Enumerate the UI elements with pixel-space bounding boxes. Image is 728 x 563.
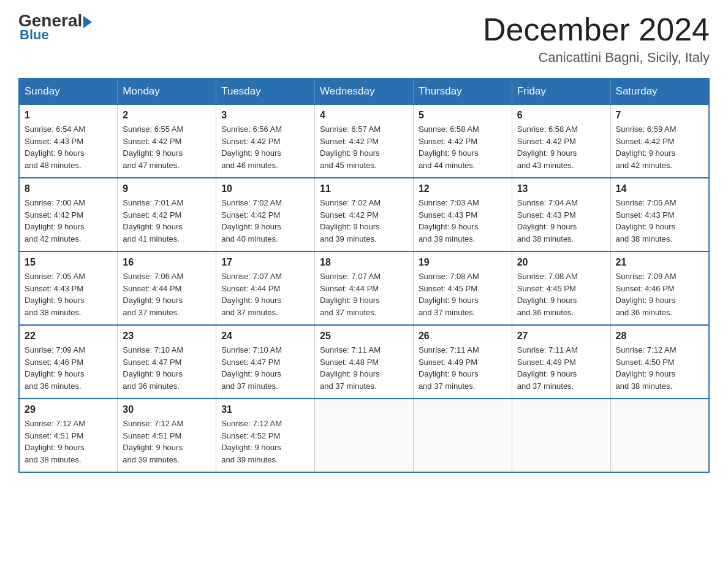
table-row: 21 Sunrise: 7:09 AM Sunset: 4:46 PM Dayl… [610,251,709,325]
day-number: 2 [123,110,211,121]
day-number: 10 [221,183,309,194]
day-number: 6 [517,110,605,121]
day-number: 8 [25,183,112,194]
day-info: Sunrise: 7:01 AM Sunset: 4:42 PM Dayligh… [123,197,211,245]
day-info: Sunrise: 7:07 AM Sunset: 4:44 PM Dayligh… [221,270,309,318]
day-number: 30 [123,404,211,415]
day-info: Sunrise: 7:02 AM Sunset: 4:42 PM Dayligh… [221,197,309,245]
table-row: 11 Sunrise: 7:02 AM Sunset: 4:42 PM Dayl… [315,178,414,251]
table-row: 23 Sunrise: 7:10 AM Sunset: 4:47 PM Dayl… [118,325,216,399]
day-info: Sunrise: 7:12 AM Sunset: 4:51 PM Dayligh… [25,418,112,465]
day-number: 18 [320,257,408,268]
table-row: 13 Sunrise: 7:04 AM Sunset: 4:43 PM Dayl… [512,178,610,251]
table-row: 22 Sunrise: 7:09 AM Sunset: 4:46 PM Dayl… [19,325,118,399]
table-row: 28 Sunrise: 7:12 AM Sunset: 4:50 PM Dayl… [610,325,709,399]
table-row: 1 Sunrise: 6:54 AM Sunset: 4:43 PM Dayli… [19,104,118,178]
col-tuesday: Tuesday [216,79,315,104]
day-number: 15 [25,257,112,268]
table-row: 30 Sunrise: 7:12 AM Sunset: 4:51 PM Dayl… [118,399,216,472]
day-number: 21 [616,257,703,268]
table-row: 10 Sunrise: 7:02 AM Sunset: 4:42 PM Dayl… [216,178,315,251]
day-number: 23 [123,331,211,342]
day-info: Sunrise: 7:04 AM Sunset: 4:43 PM Dayligh… [517,197,605,245]
day-info: Sunrise: 7:05 AM Sunset: 4:43 PM Dayligh… [25,270,112,318]
table-row: 27 Sunrise: 7:11 AM Sunset: 4:49 PM Dayl… [512,325,610,399]
day-info: Sunrise: 7:07 AM Sunset: 4:44 PM Dayligh… [320,270,408,318]
day-number: 14 [616,183,703,194]
day-info: Sunrise: 6:57 AM Sunset: 4:42 PM Dayligh… [320,123,408,171]
day-info: Sunrise: 7:12 AM Sunset: 4:51 PM Dayligh… [123,418,211,465]
day-number: 12 [419,183,507,194]
table-row [512,399,610,472]
table-row: 12 Sunrise: 7:03 AM Sunset: 4:43 PM Dayl… [413,178,512,251]
day-number: 17 [221,257,309,268]
day-number: 22 [25,331,112,342]
table-row: 31 Sunrise: 7:12 AM Sunset: 4:52 PM Dayl… [216,399,315,472]
day-number: 27 [517,331,605,342]
day-number: 28 [616,331,703,342]
location-text: Canicattini Bagni, Sicily, Italy [483,50,710,66]
day-info: Sunrise: 7:11 AM Sunset: 4:48 PM Dayligh… [320,344,408,392]
day-number: 26 [419,331,507,342]
day-info: Sunrise: 7:10 AM Sunset: 4:47 PM Dayligh… [221,344,309,392]
table-row [413,399,512,472]
day-info: Sunrise: 6:59 AM Sunset: 4:42 PM Dayligh… [616,123,703,171]
day-number: 5 [419,110,507,121]
day-number: 9 [123,183,211,194]
table-row: 7 Sunrise: 6:59 AM Sunset: 4:42 PM Dayli… [610,104,709,178]
table-row: 26 Sunrise: 7:11 AM Sunset: 4:49 PM Dayl… [413,325,512,399]
logo: General Blue [18,12,92,43]
day-info: Sunrise: 7:09 AM Sunset: 4:46 PM Dayligh… [616,270,703,318]
col-wednesday: Wednesday [315,79,414,104]
day-number: 7 [616,110,703,121]
day-number: 20 [517,257,605,268]
table-row: 8 Sunrise: 7:00 AM Sunset: 4:42 PM Dayli… [19,178,118,251]
day-info: Sunrise: 7:12 AM Sunset: 4:52 PM Dayligh… [221,418,309,465]
col-friday: Friday [512,79,610,104]
calendar-week-row: 29 Sunrise: 7:12 AM Sunset: 4:51 PM Dayl… [19,399,709,472]
calendar-week-row: 8 Sunrise: 7:00 AM Sunset: 4:42 PM Dayli… [19,178,709,251]
day-info: Sunrise: 7:09 AM Sunset: 4:46 PM Dayligh… [25,344,112,392]
day-number: 31 [221,404,309,415]
page-header: General Blue December 2024 Canicattini B… [18,12,710,66]
day-number: 25 [320,331,408,342]
day-info: Sunrise: 7:06 AM Sunset: 4:44 PM Dayligh… [123,270,211,318]
day-number: 11 [320,183,408,194]
calendar-header-row: Sunday Monday Tuesday Wednesday Thursday… [19,79,709,104]
table-row [610,399,709,472]
day-info: Sunrise: 6:58 AM Sunset: 4:42 PM Dayligh… [419,123,507,171]
calendar-table: Sunday Monday Tuesday Wednesday Thursday… [18,78,710,473]
table-row: 24 Sunrise: 7:10 AM Sunset: 4:47 PM Dayl… [216,325,315,399]
table-row: 4 Sunrise: 6:57 AM Sunset: 4:42 PM Dayli… [315,104,414,178]
day-number: 29 [25,404,112,415]
table-row: 5 Sunrise: 6:58 AM Sunset: 4:42 PM Dayli… [413,104,512,178]
day-number: 4 [320,110,408,121]
day-number: 19 [419,257,507,268]
logo-blue-text: Blue [20,27,49,43]
table-row: 19 Sunrise: 7:08 AM Sunset: 4:45 PM Dayl… [413,251,512,325]
table-row: 6 Sunrise: 6:58 AM Sunset: 4:42 PM Dayli… [512,104,610,178]
month-title: December 2024 [483,12,710,47]
table-row: 2 Sunrise: 6:55 AM Sunset: 4:42 PM Dayli… [118,104,216,178]
table-row: 29 Sunrise: 7:12 AM Sunset: 4:51 PM Dayl… [19,399,118,472]
day-info: Sunrise: 6:56 AM Sunset: 4:42 PM Dayligh… [221,123,309,171]
day-info: Sunrise: 7:08 AM Sunset: 4:45 PM Dayligh… [517,270,605,318]
day-info: Sunrise: 6:58 AM Sunset: 4:42 PM Dayligh… [517,123,605,171]
table-row: 9 Sunrise: 7:01 AM Sunset: 4:42 PM Dayli… [118,178,216,251]
table-row: 3 Sunrise: 6:56 AM Sunset: 4:42 PM Dayli… [216,104,315,178]
day-info: Sunrise: 7:10 AM Sunset: 4:47 PM Dayligh… [123,344,211,392]
day-info: Sunrise: 7:11 AM Sunset: 4:49 PM Dayligh… [419,344,507,392]
day-number: 13 [517,183,605,194]
table-row: 17 Sunrise: 7:07 AM Sunset: 4:44 PM Dayl… [216,251,315,325]
calendar-week-row: 22 Sunrise: 7:09 AM Sunset: 4:46 PM Dayl… [19,325,709,399]
day-number: 3 [221,110,309,121]
day-info: Sunrise: 7:11 AM Sunset: 4:49 PM Dayligh… [517,344,605,392]
col-sunday: Sunday [19,79,118,104]
table-row: 18 Sunrise: 7:07 AM Sunset: 4:44 PM Dayl… [315,251,414,325]
day-info: Sunrise: 7:02 AM Sunset: 4:42 PM Dayligh… [320,197,408,245]
day-info: Sunrise: 7:12 AM Sunset: 4:50 PM Dayligh… [616,344,703,392]
day-number: 16 [123,257,211,268]
day-info: Sunrise: 6:54 AM Sunset: 4:43 PM Dayligh… [25,123,112,171]
day-info: Sunrise: 7:00 AM Sunset: 4:42 PM Dayligh… [25,197,112,245]
table-row [315,399,414,472]
